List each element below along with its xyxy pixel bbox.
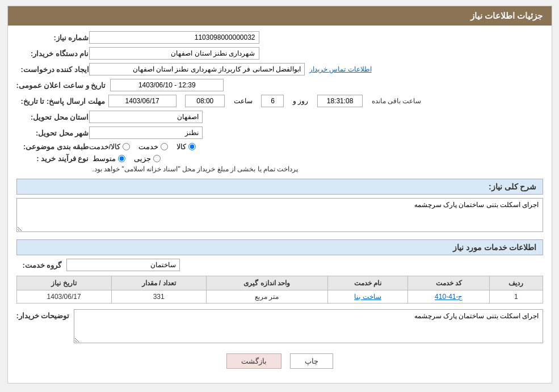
table-header-row: ردیف کد خدمت نام خدمت واحد اندازه گیری ت… bbox=[16, 276, 543, 290]
service-group-label: گروه خدمت: bbox=[16, 261, 62, 269]
announce-label: تاریخ و ساعت اعلان عمومی: bbox=[16, 81, 106, 90]
col-unit: واحد اندازه گیری bbox=[206, 276, 327, 290]
request-number-row: شماره نیاز: bbox=[16, 31, 543, 44]
purchase-type-label: نوع فرآیند خرید : bbox=[21, 154, 89, 163]
kala-service-radio[interactable] bbox=[123, 143, 130, 150]
small-radio[interactable] bbox=[153, 155, 161, 162]
deadline-time-input[interactable] bbox=[185, 95, 225, 107]
kala-radio[interactable] bbox=[188, 143, 196, 150]
main-content: شماره نیاز: نام دستگاه خریدار: اطلاعات ت… bbox=[8, 26, 552, 383]
description-container: اجرای اسکلت بتنی ساختمان پارک سرچشمه bbox=[16, 198, 543, 234]
buyer-org-label: نام دستگاه خریدار: bbox=[21, 49, 89, 58]
deadline-row: ساعت باقی مانده روز و ساعت مهلت ارسال پا… bbox=[16, 95, 543, 107]
time-label: ساعت bbox=[234, 97, 253, 105]
creator-input[interactable] bbox=[89, 63, 305, 75]
city-label: شهر محل تحویل: bbox=[21, 129, 89, 137]
buyer-org-row: نام دستگاه خریدار: bbox=[16, 47, 543, 60]
category-kala[interactable]: کالا bbox=[176, 142, 196, 151]
col-date: تاریخ نیاز bbox=[16, 276, 111, 290]
medium-radio[interactable] bbox=[118, 155, 125, 162]
col-service-code: کد خدمت bbox=[408, 276, 490, 290]
page-title-text: جزئیات اطلاعات نیاز bbox=[470, 11, 543, 20]
creator-contact-link[interactable]: اطلاعات تماس خریدار bbox=[309, 65, 372, 73]
category-row: کالا/خدمت خدمت کالا طبقه بندی موضوعی: bbox=[16, 142, 543, 151]
day-label: روز و bbox=[293, 97, 308, 105]
medium-label: متوسط bbox=[93, 154, 116, 163]
purchase-type-small[interactable]: جزیی bbox=[134, 154, 161, 163]
request-number-input[interactable] bbox=[89, 31, 259, 44]
service-radio[interactable] bbox=[161, 143, 168, 150]
buyer-org-input[interactable] bbox=[89, 47, 259, 60]
service-group-input[interactable] bbox=[66, 259, 180, 271]
buyer-notes-textarea[interactable]: اجرای اسکلت بتنی ساختمان پارک سرچشمه bbox=[74, 309, 543, 343]
back-button[interactable]: بازگشت bbox=[226, 353, 281, 369]
print-button[interactable]: چاپ bbox=[290, 353, 333, 369]
col-quantity: تعداد / مقدار bbox=[111, 276, 206, 290]
col-service-name: نام خدمت bbox=[327, 276, 408, 290]
remaining-time-input[interactable] bbox=[317, 95, 363, 107]
province-input[interactable] bbox=[89, 111, 203, 123]
table-row: 1 ج-41-410 ساخت بنا متر مربع 331 1403/06… bbox=[16, 290, 543, 304]
cell-date: 1403/06/17 bbox=[16, 290, 111, 304]
cell-row-num: 1 bbox=[490, 290, 543, 304]
category-label: طبقه بندی موضوعی: bbox=[21, 142, 89, 151]
col-row-num: ردیف bbox=[490, 276, 543, 290]
service-group-row: گروه خدمت: bbox=[16, 259, 543, 271]
creator-row: اطلاعات تماس خریدار ایجاد کننده درخواست: bbox=[16, 63, 543, 75]
category-kala-service[interactable]: کالا/خدمت bbox=[89, 142, 131, 151]
description-section-label: شرح کلی نیاز: bbox=[489, 182, 536, 191]
info-section-label: اطلاعات خدمات مورد نیاز bbox=[453, 243, 537, 252]
creator-label: ایجاد کننده درخواست: bbox=[21, 65, 90, 74]
services-table: ردیف کد خدمت نام خدمت واحد اندازه گیری ت… bbox=[16, 276, 543, 304]
cell-service-code[interactable]: ج-41-410 bbox=[408, 290, 490, 304]
province-label: استان محل تحویل: bbox=[21, 113, 89, 121]
info-section-title: اطلاعات خدمات مورد نیاز bbox=[16, 239, 543, 255]
purchase-type-content: متوسط جزیی پرداخت تمام یا بخشی از مبلغ خ… bbox=[93, 154, 299, 173]
province-row: استان محل تحویل: bbox=[16, 111, 543, 123]
description-section-title: شرح کلی نیاز: bbox=[16, 179, 543, 195]
purchase-type-row: متوسط جزیی پرداخت تمام یا بخشی از مبلغ خ… bbox=[16, 154, 543, 173]
days-input[interactable] bbox=[261, 95, 284, 107]
page-title: جزئیات اطلاعات نیاز bbox=[8, 6, 552, 26]
kala-service-label: کالا/خدمت bbox=[89, 142, 121, 151]
announce-date-row: تاریخ و ساعت اعلان عمومی: bbox=[16, 79, 543, 91]
small-label: جزیی bbox=[134, 154, 151, 163]
kala-label: کالا bbox=[176, 142, 186, 151]
city-row: شهر محل تحویل: bbox=[16, 127, 543, 139]
description-textarea[interactable]: اجرای اسکلت بتنی ساختمان پارک سرچشمه bbox=[16, 198, 543, 232]
announce-date-input[interactable] bbox=[110, 79, 224, 91]
deadline-date-input[interactable] bbox=[108, 95, 176, 107]
request-number-label: شماره نیاز: bbox=[21, 33, 89, 42]
buttons-row: چاپ بازگشت bbox=[16, 348, 543, 377]
buyer-notes-row: اجرای اسکلت بتنی ساختمان پارک سرچشمه توض… bbox=[16, 309, 543, 343]
category-radio-group: کالا/خدمت خدمت کالا bbox=[89, 142, 196, 151]
city-input[interactable] bbox=[89, 127, 203, 139]
category-service[interactable]: خدمت bbox=[138, 142, 168, 151]
buyer-notes-label: توضیحات خریدار: bbox=[16, 309, 70, 320]
service-label: خدمت bbox=[138, 142, 158, 151]
purchase-type-radios: متوسط جزیی bbox=[93, 154, 161, 163]
purchase-type-medium[interactable]: متوسط bbox=[93, 154, 125, 163]
cell-quantity: 331 bbox=[111, 290, 206, 304]
deadline-label: مهلت ارسال پاسخ: تا تاریخ: bbox=[21, 97, 105, 106]
cell-service-name[interactable]: ساخت بنا bbox=[327, 290, 408, 304]
page-container: جزئیات اطلاعات نیاز شماره نیاز: نام دستگ… bbox=[7, 6, 552, 383]
cell-unit: متر مربع bbox=[206, 290, 327, 304]
purchase-note: پرداخت تمام یا بخشی از مبلغ خریداز محل "… bbox=[93, 165, 299, 173]
remaining-label: ساعت باقی مانده bbox=[372, 97, 422, 105]
